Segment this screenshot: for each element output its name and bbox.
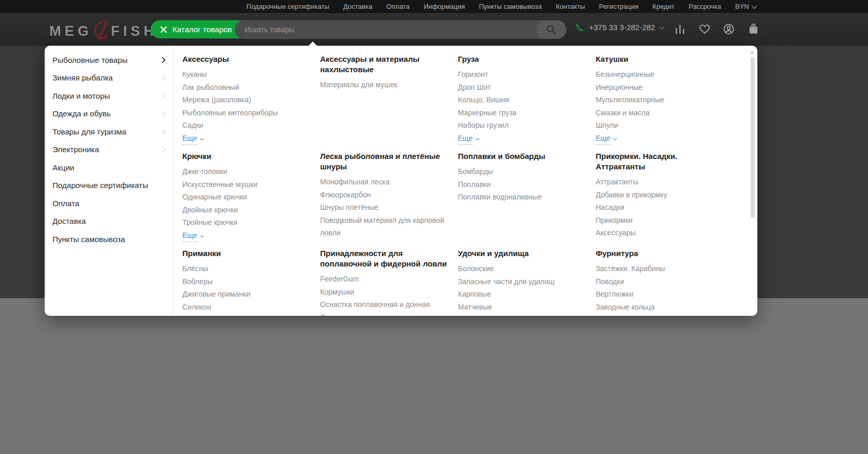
sidebar-item[interactable]: Лодки и моторы	[45, 87, 172, 105]
sidebar-item[interactable]: Зимняя рыбалка	[45, 69, 172, 87]
category-link[interactable]: Оснастка поплавочная и донная	[320, 298, 451, 311]
category-link[interactable]: Монофильная леска	[320, 176, 451, 189]
category-link[interactable]: Джиг-головки	[182, 165, 314, 178]
topbar-link[interactable]: Контакты	[556, 3, 585, 10]
category-link[interactable]: FeederGum	[320, 273, 451, 286]
category-link[interactable]: Куканы	[182, 68, 314, 81]
category-group-title[interactable]: Принадлежности для поплавочной и фидерно…	[320, 248, 451, 269]
category-link[interactable]: Матчевые	[458, 301, 590, 314]
category-link[interactable]: Горизонт	[458, 68, 590, 81]
category-link[interactable]: Рыболовные метеоприборы	[182, 106, 314, 119]
category-group-list: Материалы для мушек	[320, 78, 451, 91]
category-link[interactable]: Добавки в прикормку	[596, 189, 727, 202]
category-link[interactable]: Аттрактанты	[596, 176, 727, 189]
sidebar-item[interactable]: Оплата	[45, 194, 172, 212]
category-group-title[interactable]: Леска рыболовная и плетёные шнуры	[320, 151, 451, 172]
category-link[interactable]: Мережа (раколовка)	[182, 94, 314, 106]
topbar-link[interactable]: Доставка	[343, 3, 372, 10]
topbar-link[interactable]: Рассрочка	[689, 3, 722, 10]
category-link[interactable]: Воблеры	[182, 275, 314, 288]
category-group-title[interactable]: Прикормки. Насадки. Аттрактанты	[596, 151, 727, 172]
category-link[interactable]: Садки	[182, 119, 314, 132]
show-more-link[interactable]: Еще	[596, 132, 617, 145]
shopping-bag-icon	[748, 23, 759, 35]
category-link[interactable]: Прикормки	[596, 214, 727, 227]
category-group-title[interactable]: Удочки и удилища	[458, 248, 590, 259]
show-more-link[interactable]: Еще	[182, 132, 203, 145]
category-link[interactable]: Поплавки водоналивные	[458, 191, 590, 204]
category-link[interactable]: Силикон	[182, 301, 314, 314]
category-link[interactable]: Запасные части для удилищ	[458, 275, 590, 288]
sidebar-item[interactable]: Товары для туризма	[45, 123, 172, 141]
topbar-link[interactable]: Информация	[423, 3, 465, 10]
category-link[interactable]: Одинарные крючки	[182, 191, 314, 204]
category-link[interactable]: Дроп Шот	[458, 81, 590, 94]
category-link[interactable]: Джиговые приманки	[182, 288, 314, 301]
sidebar-item[interactable]: Доставка	[45, 212, 172, 231]
category-link[interactable]: Кольцо; Вишня	[458, 94, 590, 106]
category-link[interactable]: Тройные крючки	[182, 216, 314, 229]
cart-button[interactable]	[747, 23, 759, 35]
category-link[interactable]: Лак рыболовный	[182, 81, 314, 94]
category-link[interactable]: Мультипликаторные	[596, 94, 727, 106]
category-link[interactable]: Безынерционные	[596, 68, 727, 81]
topbar-link[interactable]: Кредит	[652, 3, 675, 10]
compare-button[interactable]	[674, 23, 686, 35]
category-link[interactable]: Поплавки	[458, 178, 590, 191]
category-link[interactable]: Блёсны	[182, 262, 314, 275]
scroll-up-arrow-icon[interactable]	[750, 50, 754, 54]
category-link[interactable]: Насадки	[596, 201, 727, 214]
wishlist-button[interactable]	[698, 23, 711, 35]
category-link[interactable]: Маркерные груза	[458, 106, 590, 119]
category-link[interactable]: Шнуры плетёные	[320, 201, 451, 214]
sidebar-item[interactable]: Акции	[45, 158, 172, 177]
category-link[interactable]: Застёжки. Карабины	[596, 262, 727, 275]
site-logo[interactable]: MEG FISH	[49, 20, 157, 40]
category-group-title[interactable]: Поплавки и бомбарды	[458, 151, 590, 162]
category-group-title[interactable]: Аксессуары	[182, 54, 314, 64]
search-button[interactable]	[536, 20, 566, 39]
topbar-link[interactable]: Регистрация	[599, 3, 638, 10]
category-link[interactable]: Заводные кольца	[596, 301, 727, 314]
account-button[interactable]	[723, 23, 735, 35]
category-link[interactable]: Кормушки	[320, 286, 451, 299]
sidebar-item[interactable]: Подарочные сертификаты	[45, 177, 172, 195]
category-link[interactable]: Болонские	[458, 262, 590, 275]
sidebar-item[interactable]: Одежда и обувь	[45, 105, 172, 123]
category-link[interactable]: Двойные крючки	[182, 204, 314, 217]
sidebar-item-label: Акции	[52, 163, 74, 172]
category-group-title[interactable]: Груза	[458, 54, 590, 64]
category-link[interactable]: Вертлюжки	[596, 288, 727, 301]
category-group-title[interactable]: Крючки	[182, 151, 314, 162]
category-group-title[interactable]: Катушки	[596, 54, 727, 64]
category-group-title[interactable]: Фурнитура	[596, 248, 727, 259]
category-link[interactable]: Аксессуары	[596, 226, 727, 239]
category-link[interactable]: Искусственные мушки	[182, 178, 314, 191]
chevron-right-icon	[159, 146, 165, 152]
category-link[interactable]: Смазки и масла	[596, 106, 727, 119]
category-link[interactable]: Бомбарды	[458, 165, 590, 178]
category-link[interactable]: Материалы для мушек	[320, 78, 451, 91]
category-link[interactable]: Поводки	[596, 275, 727, 288]
phone-block[interactable]: +375 33 3-282-282	[575, 22, 663, 32]
category-link[interactable]: Наборы грузил	[458, 119, 590, 132]
topbar-link[interactable]: Пункты самовывоза	[479, 3, 542, 10]
category-link[interactable]: Карповые	[458, 288, 590, 301]
show-more-link[interactable]: Еще	[182, 229, 203, 243]
category-link[interactable]: Шпули	[596, 119, 727, 132]
topbar-link[interactable]: Подарочные сертификаты	[246, 3, 329, 10]
category-link[interactable]: Инерционные	[596, 81, 727, 94]
category-link[interactable]: Флюорокарбон	[320, 189, 451, 202]
category-link[interactable]: Поводковый материал для карповой ловли	[320, 214, 451, 239]
menu-scrollbar[interactable]	[751, 57, 755, 218]
search-input[interactable]	[235, 20, 536, 39]
sidebar-item[interactable]: Рыболовные товары	[45, 51, 172, 69]
category-group-title[interactable]: Приманки	[182, 248, 314, 259]
topbar-link[interactable]: Оплата	[386, 3, 410, 10]
currency-selector[interactable]: BYN	[735, 3, 756, 10]
category-group-title[interactable]: Аксессуары и материалы нахлыстовые	[320, 54, 451, 75]
sidebar-item[interactable]: Электроника	[45, 141, 172, 159]
sidebar-item[interactable]: Пункты самовывоза	[45, 230, 172, 248]
category-link[interactable]: Сигнализаторы	[320, 311, 451, 316]
show-more-link[interactable]: Еще	[458, 132, 479, 145]
